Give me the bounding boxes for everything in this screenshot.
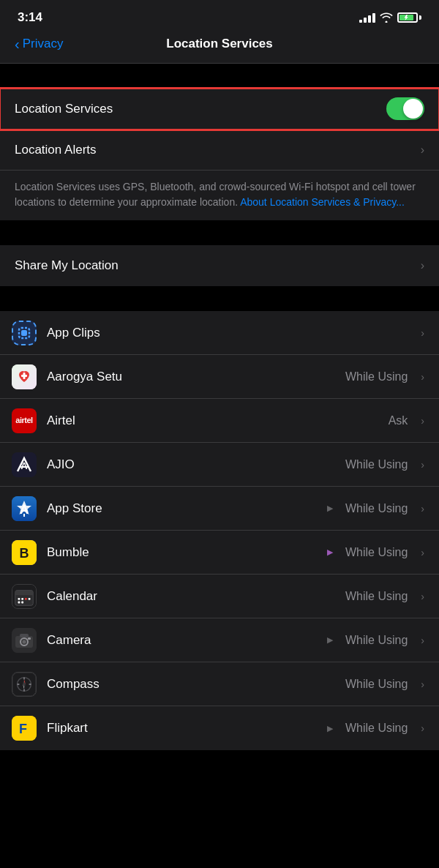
page-title: Location Services (166, 37, 273, 51)
svg-rect-21 (18, 601, 20, 603)
calendar-status: While Using (345, 590, 408, 603)
location-alerts-label: Location Alerts (15, 143, 421, 157)
signal-icon (359, 12, 375, 23)
svg-rect-20 (29, 597, 31, 599)
app-row-aarogya[interactable]: Aarogya Setu While Using › (0, 355, 439, 399)
ajio-status: While Using (345, 458, 408, 471)
app-row-ajio[interactable]: A AJIO While Using › (0, 443, 439, 487)
app-name-airtel: Airtel (47, 414, 378, 428)
svg-rect-1 (21, 330, 27, 336)
chevron-appclips: › (421, 327, 424, 339)
status-icons (359, 12, 421, 23)
app-name-appstore: App Store (47, 501, 317, 516)
svg-rect-22 (21, 601, 23, 603)
location-arrow-camera: ▶ (327, 635, 333, 645)
app-icon-appclips (12, 321, 37, 345)
aarogya-status: While Using (345, 370, 408, 384)
chevron-calendar: › (421, 591, 424, 602)
wifi-icon (380, 12, 393, 23)
app-row-bumble[interactable]: B Bumble ▶ While Using › (0, 531, 439, 575)
svg-rect-18 (21, 597, 23, 599)
app-icon-aarogya (12, 364, 37, 389)
chevron-bumble: › (421, 547, 424, 558)
status-time: 3:14 (18, 10, 42, 25)
appstore-status: While Using (345, 502, 408, 515)
chevron-right-icon: › (421, 143, 424, 157)
app-name-bumble: Bumble (47, 545, 317, 560)
app-row-airtel[interactable]: airtel Airtel Ask › (0, 399, 439, 443)
description-row: Location Services uses GPS, Bluetooth, a… (0, 171, 439, 220)
nav-bar: ‹ Privacy Location Services (0, 31, 439, 64)
svg-rect-4 (21, 375, 27, 377)
app-name-aarogya: Aarogya Setu (47, 370, 335, 384)
app-row-appstore[interactable]: A App Store ▶ While Using › (0, 487, 439, 531)
toggle-knob (403, 99, 423, 119)
app-icon-bumble: B (12, 540, 37, 565)
app-name-camera: Camera (47, 633, 317, 648)
back-button[interactable]: ‹ Privacy (15, 37, 63, 51)
description-text: Location Services uses GPS, Bluetooth, a… (15, 179, 424, 210)
svg-text:B: B (20, 546, 29, 561)
app-row-appclips[interactable]: App Clips › (0, 311, 439, 355)
svg-point-27 (23, 640, 26, 643)
location-services-row[interactable]: Location Services (0, 89, 439, 130)
description-link[interactable]: About Location Services & Privacy... (240, 196, 405, 208)
location-arrow-appstore: ▶ (327, 504, 333, 513)
location-services-label: Location Services (15, 102, 386, 116)
share-my-location-label: Share My Location (15, 258, 421, 273)
svg-rect-19 (25, 597, 27, 599)
flipkart-status: While Using (345, 722, 408, 735)
app-list-section: App Clips › Aarogya Setu While Using › (0, 311, 439, 750)
app-name-flipkart: Flipkart (47, 721, 317, 736)
location-services-toggle[interactable] (386, 97, 424, 120)
app-icon-airtel: airtel (12, 408, 37, 433)
chevron-aarogya: › (421, 371, 424, 383)
app-name-ajio: AJIO (47, 457, 335, 472)
section-gap-3 (0, 286, 439, 311)
chevron-airtel: › (421, 415, 424, 427)
app-row-compass[interactable]: Compass While Using › (0, 662, 439, 706)
app-name-calendar: Calendar (47, 589, 335, 604)
svg-rect-16 (15, 593, 33, 595)
svg-rect-17 (18, 597, 20, 599)
app-icon-calendar (12, 584, 37, 609)
app-icon-camera (12, 628, 37, 653)
app-icon-compass (12, 672, 37, 697)
share-location-section: Share My Location › (0, 245, 439, 286)
share-my-location-row[interactable]: Share My Location › (0, 245, 439, 286)
app-icon-flipkart: F (12, 716, 37, 741)
back-label: Privacy (23, 37, 64, 51)
svg-rect-25 (20, 634, 29, 637)
share-my-location-right: › (421, 259, 424, 272)
app-name-compass: Compass (47, 677, 335, 692)
location-arrow-flipkart: ▶ (327, 724, 333, 733)
chevron-appstore: › (421, 503, 424, 515)
status-bar: 3:14 (0, 0, 439, 31)
app-row-flipkart[interactable]: F Flipkart ▶ While Using › (0, 706, 439, 750)
svg-text:F: F (19, 722, 27, 736)
location-alerts-row[interactable]: Location Alerts › (0, 130, 439, 171)
section-gap-2 (0, 220, 439, 245)
chevron-icon-share: › (421, 259, 424, 272)
compass-status: While Using (345, 678, 408, 691)
location-services-section: Location Services Location Alerts › Loca… (0, 89, 439, 220)
app-icon-appstore: A (12, 496, 37, 521)
chevron-ajio: › (421, 459, 424, 471)
battery-icon (397, 12, 421, 23)
chevron-compass: › (421, 678, 424, 690)
app-row-calendar[interactable]: Calendar While Using › (0, 575, 439, 618)
app-icon-ajio: A (12, 452, 37, 477)
svg-rect-28 (28, 637, 31, 640)
back-chevron-icon: ‹ (15, 37, 20, 51)
chevron-camera: › (421, 635, 424, 646)
app-row-camera[interactable]: Camera ▶ While Using › (0, 618, 439, 662)
location-alerts-right: › (421, 143, 424, 157)
airtel-status: Ask (389, 414, 408, 427)
app-name-appclips: App Clips (47, 326, 410, 340)
camera-status: While Using (345, 634, 408, 647)
chevron-flipkart: › (421, 722, 424, 734)
bumble-status: While Using (345, 546, 408, 559)
location-arrow-bumble: ▶ (327, 547, 333, 557)
section-gap-1 (0, 64, 439, 89)
